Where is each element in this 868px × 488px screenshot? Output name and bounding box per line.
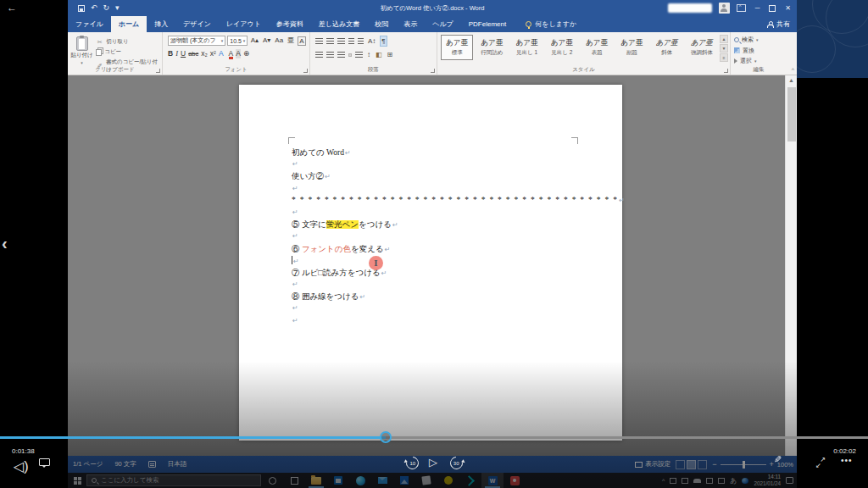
gallery-down-button[interactable]: ▼ (720, 44, 728, 53)
restore-button[interactable] (769, 5, 776, 12)
multilevel-list-button[interactable] (337, 38, 345, 44)
cut-button[interactable]: ✂ 切り取り (96, 38, 162, 46)
underline-button[interactable]: U (181, 49, 186, 58)
word-taskbar-button[interactable]: W (481, 473, 504, 488)
ribbon-tab[interactable]: ファイル (68, 16, 111, 32)
more-options-button[interactable]: ••• (841, 456, 853, 465)
tell-me-box[interactable]: 何をしますか (514, 16, 576, 32)
distribute-button[interactable] (355, 52, 363, 58)
superscript-button[interactable]: x² (210, 49, 216, 58)
hidden-icons-chevron[interactable]: ^ (662, 478, 665, 484)
sort-button[interactable]: A↕ (367, 36, 376, 46)
dialog-launcher[interactable] (431, 69, 435, 73)
file-explorer-button[interactable] (305, 473, 327, 488)
align-left-button[interactable] (315, 52, 323, 58)
borders-button[interactable]: ⊞ (387, 50, 394, 59)
device-icon[interactable] (670, 478, 676, 484)
zoom-slider[interactable] (721, 464, 766, 465)
qat-customize-button[interactable]: ▾ (115, 4, 120, 12)
ribbon-tab[interactable]: ホーム (111, 16, 147, 32)
collapse-ribbon-button[interactable]: ^ (792, 67, 794, 73)
font-size-combobox[interactable]: 10.5 ▾ (227, 36, 248, 46)
microsoft-store-button[interactable] (327, 473, 349, 488)
replace-button[interactable]: 置換 (734, 47, 785, 55)
find-button[interactable]: 検索 ▾ (734, 36, 785, 44)
share-button[interactable]: 共有 (767, 16, 790, 32)
document-page[interactable]: 初めての Word↵↵使い方②↵↵* * * * * * * * * * * *… (239, 85, 622, 441)
taskbar-clock[interactable]: 14:11 2021/01/24 (754, 474, 781, 487)
taskbar-search-box[interactable]: ここに入力して検索 (86, 474, 261, 486)
onedrive-icon[interactable] (693, 479, 701, 483)
mail-button[interactable] (371, 473, 393, 488)
ribbon-tab[interactable]: ヘルプ (425, 16, 461, 32)
word-count[interactable]: 90 文字 (114, 460, 136, 469)
zoom-out-button[interactable]: − (712, 460, 716, 469)
ribbon-tab[interactable]: 表示 (396, 16, 425, 32)
profile-sphere-icon[interactable] (742, 478, 748, 484)
character-border-button[interactable]: A (298, 36, 306, 46)
tray-folder-icon[interactable] (682, 478, 688, 484)
grow-font-button[interactable]: A▴ (249, 36, 259, 46)
justify-button[interactable] (348, 53, 352, 57)
style-card[interactable]: あア亜 副題 (615, 35, 648, 60)
center-button[interactable] (326, 52, 334, 58)
ribbon-display-options-icon[interactable] (737, 4, 746, 12)
zoom-slider-thumb[interactable] (743, 461, 745, 469)
ribbon-tab[interactable]: 校閲 (367, 16, 396, 32)
cortana-button[interactable] (261, 473, 283, 488)
photos-button[interactable] (393, 473, 415, 488)
start-button[interactable] (68, 473, 86, 488)
bullets-button[interactable] (315, 38, 323, 44)
fullscreen-button[interactable]: ↗↙ (815, 458, 826, 468)
style-card[interactable]: あア亜 斜体 (651, 35, 683, 60)
ribbon-tab[interactable]: 挿入 (147, 16, 175, 32)
minimize-button[interactable]: ─ (753, 4, 763, 12)
character-shading-button[interactable]: A (236, 49, 241, 58)
align-right-button[interactable] (337, 52, 345, 58)
ribbon-tab[interactable]: 差し込み文書 (311, 16, 367, 32)
snip-sketch-button[interactable] (415, 473, 437, 488)
font-name-combobox[interactable]: 游明朝 (本文のフ ▾ (168, 36, 225, 46)
style-card[interactable]: あア亜 見出し 1 (511, 35, 543, 60)
volume-button[interactable]: ◁) (14, 458, 29, 474)
ruby-button[interactable]: 亜 (287, 36, 296, 46)
gallery-up-button[interactable]: ▲ (720, 35, 728, 43)
edge-button[interactable] (349, 473, 371, 488)
web-layout-button[interactable] (698, 460, 707, 469)
seek-bar-handle[interactable] (380, 431, 392, 443)
change-case-button[interactable]: Aa (274, 36, 285, 46)
redo-button[interactable]: ↻ (103, 4, 110, 12)
style-card[interactable]: あア亜 表題 (581, 35, 613, 60)
scroll-up-arrow[interactable]: ▲ (786, 77, 797, 83)
page-indicator[interactable]: 1/1 ページ (73, 460, 103, 469)
dialog-launcher[interactable] (303, 69, 308, 73)
font-color-button[interactable]: A (229, 49, 234, 58)
previous-lesson-button[interactable]: ‹ (2, 234, 8, 253)
recorder-app-button[interactable] (504, 473, 526, 488)
ribbon-tab[interactable]: 参考資料 (269, 16, 311, 32)
account-avatar[interactable] (719, 3, 730, 14)
display-settings-button[interactable]: 表示設定 (635, 460, 670, 469)
action-center-icon[interactable] (786, 477, 793, 484)
enclose-characters-button[interactable]: ⊕ (243, 49, 249, 58)
proofing-icon[interactable] (148, 461, 156, 468)
ribbon-tab[interactable]: PDFelement (461, 16, 514, 32)
subscript-button[interactable]: x₂ (201, 49, 208, 58)
ime-mode-indicator[interactable]: あ (730, 476, 737, 485)
shrink-font-button[interactable]: A▾ (262, 36, 272, 46)
ribbon-tab[interactable]: レイアウト (219, 16, 269, 32)
dialog-launcher[interactable] (724, 69, 728, 73)
increase-indent-button[interactable] (358, 38, 364, 44)
annotation-pencil-button[interactable]: ✎ (774, 454, 782, 465)
line-spacing-button[interactable]: ↕ (366, 50, 371, 59)
numbering-button[interactable] (326, 38, 334, 44)
bold-button[interactable]: B (168, 49, 173, 58)
save-icon[interactable] (78, 5, 85, 12)
text-effects-button[interactable]: A (219, 49, 224, 58)
seek-bar[interactable] (0, 436, 868, 439)
volume-icon[interactable] (706, 478, 713, 484)
strikethrough-button[interactable]: abc (188, 49, 198, 58)
gallery-more-button[interactable]: ≡ (720, 53, 728, 62)
decrease-indent-button[interactable] (348, 38, 354, 44)
print-layout-button[interactable] (687, 460, 696, 469)
